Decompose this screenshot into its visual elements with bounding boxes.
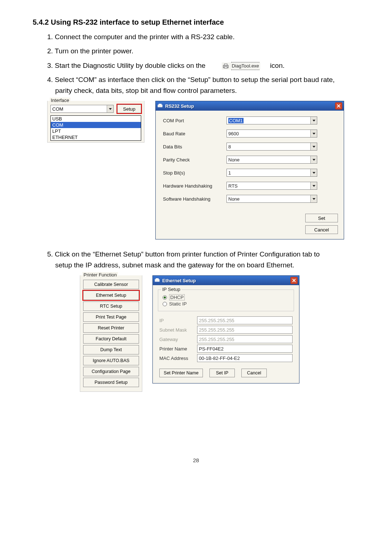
parity-check-value: None (228, 157, 240, 163)
printer-function-label: Printer Function (82, 272, 118, 278)
interface-option-ethernet[interactable]: ETHERNET (51, 134, 141, 140)
com-port-combo[interactable]: COM1 (226, 116, 317, 124)
setup-button[interactable]: Setup (117, 104, 141, 113)
interface-dropdown-list: USB COM LPT ETHERNET (50, 115, 141, 141)
calibrate-sensor-button[interactable]: Calibrate Sensor (83, 280, 139, 289)
dhcp-label: DHCP (169, 294, 185, 300)
rtc-setup-button[interactable]: RTC Setup (83, 301, 139, 311)
static-ip-label: Static IP (169, 301, 187, 307)
hardware-handshaking-label: Hardware Handshaking (163, 183, 226, 189)
step-4-text-a: 4. Select “COM” as interface then click … (47, 76, 335, 83)
diagtool-icon: DiagTool.exe (222, 62, 260, 70)
chevron-down-icon[interactable] (310, 130, 317, 137)
baud-rate-combo[interactable]: 9600 (226, 130, 317, 138)
ip-setup-groupbox: IP Setup DHCP Static IP (158, 290, 294, 311)
interface-option-usb[interactable]: USB (51, 116, 141, 122)
stop-bits-value: 1 (228, 170, 231, 176)
chevron-down-icon[interactable] (310, 195, 317, 202)
chevron-down-icon[interactable] (107, 105, 113, 112)
rs232-set-button[interactable]: Set (305, 214, 338, 222)
rs232-titlebar: RS232 Setup (156, 101, 344, 111)
chevron-down-icon[interactable] (310, 117, 317, 124)
interface-combo-value: COM (52, 106, 63, 112)
step-4-text-b: parity check, data bits, stop bit and fl… (47, 85, 359, 96)
step-5-text-a: 5. Click on the “Ethernet Setup” button … (47, 250, 320, 258)
ip-field[interactable]: 255.255.255.255 (197, 316, 293, 324)
chevron-down-icon[interactable] (310, 169, 317, 176)
stop-bits-combo[interactable]: 1 (226, 169, 317, 177)
printer-name-field[interactable]: PS-FF04E2 (197, 345, 293, 353)
step-2: 2. Turn on the printer power. (47, 46, 359, 56)
software-handshaking-combo[interactable]: None (226, 195, 317, 203)
reset-printer-button[interactable]: Reset Printer (83, 323, 139, 333)
print-test-page-button[interactable]: Print Test Page (83, 312, 139, 322)
chevron-down-icon[interactable] (310, 182, 317, 189)
factory-default-button[interactable]: Factory Default (83, 334, 139, 344)
software-handshaking-label: Software Handshaking (163, 196, 226, 202)
hardware-handshaking-value: RTS (228, 183, 238, 189)
step-4: 4. Select “COM” as interface then click … (47, 74, 359, 96)
configuration-page-button[interactable]: Configuration Page (83, 367, 139, 376)
interface-combo[interactable]: COM (50, 105, 114, 113)
step-3: 3. Start the Diagnostic Utility by doubl… (47, 60, 359, 71)
svg-rect-3 (158, 105, 162, 107)
rs232-title: RS232 Setup (165, 103, 194, 109)
mac-address-field[interactable]: 00-1B-82-FF-04-E2 (197, 354, 293, 362)
ethernet-cancel-button[interactable]: Cancel (241, 369, 267, 377)
stop-bits-label: Stop Bit(s) (163, 170, 226, 176)
data-bits-label: Data Bits (163, 144, 226, 149)
hardware-handshaking-combo[interactable]: RTS (226, 182, 317, 190)
mac-address-label: MAC Address (159, 356, 197, 361)
diagtool-label: DiagTool.exe (231, 62, 259, 70)
interface-group-label: Interface (50, 98, 70, 103)
step-5: 5. Click on the “Ethernet Setup” button … (47, 249, 359, 270)
gateway-label: Gateway (159, 337, 197, 342)
printer-icon (222, 63, 229, 69)
svg-rect-7 (155, 279, 159, 282)
set-printer-name-button[interactable]: Set Printer Name (159, 369, 203, 377)
com-port-value: COM1 (228, 118, 244, 123)
set-ip-button[interactable]: Set IP (209, 369, 235, 377)
subnet-mask-field[interactable]: 255.255.255.255 (197, 326, 293, 334)
ethernet-dialog: Ethernet Setup IP Setup DHCP Static IP (152, 275, 299, 383)
data-bits-value: 8 (228, 144, 231, 149)
parity-check-combo[interactable]: None (226, 156, 317, 164)
software-handshaking-value: None (228, 196, 240, 202)
section-title: 5.4.2 Using RS-232 interface to setup Et… (33, 18, 359, 26)
static-ip-radio[interactable] (163, 302, 167, 306)
step-3-text-b: icon. (270, 62, 285, 69)
step-1: 1. Connect the computer and the printer … (47, 32, 359, 42)
chevron-down-icon[interactable] (310, 156, 317, 163)
data-bits-combo[interactable]: 8 (226, 143, 317, 151)
printer-icon (154, 278, 160, 283)
close-icon[interactable] (290, 277, 298, 284)
password-setup-button[interactable]: Password Setup (83, 378, 139, 387)
interface-option-com[interactable]: COM (51, 122, 141, 128)
ethernet-title: Ethernet Setup (162, 278, 196, 283)
interface-groupbox: Interface COM Setup USB COM LPT ETHERNET (47, 101, 144, 143)
dump-text-button[interactable]: Dump Text (83, 345, 139, 354)
step-5-text-b: setup the IP address, subnet mask and th… (47, 260, 359, 270)
close-icon[interactable] (335, 102, 342, 110)
svg-rect-8 (156, 278, 159, 279)
svg-rect-4 (159, 104, 162, 105)
svg-rect-2 (224, 67, 227, 68)
com-port-label: COM Port (163, 118, 226, 123)
rs232-cancel-button[interactable]: Cancel (305, 225, 338, 234)
baud-rate-label: Baud Rate (163, 131, 226, 136)
printer-icon (157, 103, 163, 109)
subnet-mask-label: Subnet Mask (159, 327, 197, 333)
ethernet-setup-button[interactable]: Ethernet Setup (83, 291, 139, 300)
ip-setup-label: IP Setup (161, 287, 181, 292)
ip-label: IP (159, 318, 197, 323)
parity-check-label: Parity Check (163, 157, 226, 163)
ignore-autobas-button[interactable]: Ignore AUTO.BAS (83, 356, 139, 365)
chevron-down-icon[interactable] (310, 143, 317, 150)
dhcp-radio[interactable] (163, 295, 167, 300)
gateway-field[interactable]: 255.255.255.255 (197, 335, 293, 343)
printer-name-label: Printer Name (159, 346, 197, 352)
printer-function-groupbox: Printer Function Calibrate Sensor Ethern… (80, 275, 142, 392)
step-3-text-a: 3. Start the Diagnostic Utility by doubl… (47, 62, 205, 69)
page-number: 28 (33, 457, 359, 463)
interface-option-lpt[interactable]: LPT (51, 128, 141, 134)
